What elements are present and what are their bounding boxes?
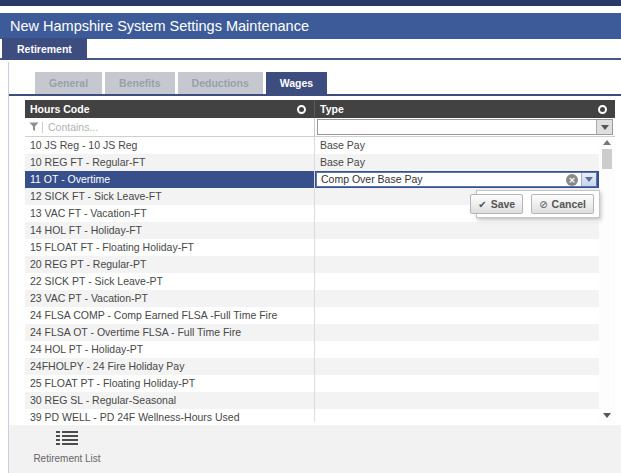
column-header-hours-code[interactable]: Hours Code: [25, 100, 315, 118]
hours-code-cell[interactable]: 22 SICK PT - Sick Leave-PT: [25, 273, 315, 290]
hours-code-cell[interactable]: 10 JS Reg - 10 JS Reg: [25, 137, 315, 154]
table-row[interactable]: 10 JS Reg - 10 JS Reg Base Pay: [25, 137, 599, 154]
type-cell[interactable]: [315, 341, 599, 358]
type-cell[interactable]: Base Pay: [315, 154, 599, 171]
hours-code-cell[interactable]: 24 HOL PT - Holiday-PT: [25, 341, 315, 358]
retirement-list-button[interactable]: Retirement List: [19, 430, 115, 464]
list-icon: [56, 430, 78, 450]
filter-separator: [42, 122, 43, 133]
type-cell[interactable]: [315, 409, 599, 422]
grid-body: 10 JS Reg - 10 JS Reg Base Pay 10 REG FT…: [25, 137, 615, 422]
scroll-down-icon[interactable]: [603, 413, 611, 418]
page-title: New Hampshire System Settings Maintenanc…: [0, 13, 621, 39]
tab-general[interactable]: General: [35, 72, 102, 94]
tab-wages[interactable]: Wages: [266, 72, 327, 94]
edit-confirm-popup: ✔ Save ⊘ Cancel: [476, 190, 600, 218]
type-filter-cell: [315, 118, 615, 136]
panel-left-border: [8, 62, 9, 473]
retirement-list-label: Retirement List: [33, 453, 100, 464]
hours-code-cell[interactable]: 39 PD WELL - PD 24F Wellness-Hours Used: [25, 409, 315, 422]
table-row[interactable]: 20 REG PT - Regular-PT: [25, 256, 599, 273]
top-accent-strip: [0, 0, 621, 6]
chevron-down-icon: [601, 125, 609, 130]
type-editor-combobox[interactable]: Comp Over Base Pay ×: [316, 172, 597, 187]
type-editor-value[interactable]: Comp Over Base Pay: [317, 173, 566, 186]
tab-deductions[interactable]: Deductions: [178, 72, 263, 94]
column-header-type[interactable]: Type: [315, 100, 615, 118]
gear-icon[interactable]: [297, 105, 306, 114]
table-row[interactable]: 24 HOL PT - Holiday-PT: [25, 341, 599, 358]
table-row[interactable]: 30 REG SL - Regular-Seasonal: [25, 392, 599, 409]
type-filter-value: [318, 120, 596, 134]
hours-code-cell[interactable]: 24 FLSA COMP - Comp Earned FLSA -Full Ti…: [25, 307, 315, 324]
hours-code-cell[interactable]: 24FHOLPY - 24 Fire Holiday Pay: [25, 358, 315, 375]
type-cell[interactable]: Base Pay: [315, 137, 599, 154]
sub-tab-underline: [9, 94, 621, 96]
table-row[interactable]: 24 FLSA OT - Overtime FLSA - Full Time F…: [25, 324, 599, 341]
column-header-label: Type: [320, 100, 344, 118]
table-row-selected[interactable]: 11 OT - Overtime Comp Over Base Pay ×: [25, 171, 599, 188]
hours-code-filter-input[interactable]: Contains...: [25, 118, 315, 136]
cancel-button[interactable]: ⊘ Cancel: [531, 194, 594, 214]
dropdown-button[interactable]: [581, 173, 596, 186]
type-cell[interactable]: [315, 222, 599, 239]
hours-code-cell[interactable]: 10 REG FT - Regular-FT: [25, 154, 315, 171]
table-row[interactable]: 14 HOL FT - Holiday-FT: [25, 222, 599, 239]
filter-placeholder: Contains...: [48, 121, 98, 133]
type-cell[interactable]: [315, 290, 599, 307]
hours-code-cell[interactable]: 24 FLSA OT - Overtime FLSA - Full Time F…: [25, 324, 315, 341]
tab-benefits[interactable]: Benefits: [105, 72, 174, 94]
column-header-label: Hours Code: [30, 100, 90, 118]
scroll-up-icon[interactable]: [603, 140, 611, 145]
type-cell[interactable]: [315, 256, 599, 273]
funnel-icon[interactable]: [29, 122, 39, 132]
module-tab-bar: Retirement: [0, 38, 621, 60]
grid-header: Hours Code Type: [25, 100, 615, 118]
chevron-down-icon: [585, 177, 593, 182]
grid-rows: 10 JS Reg - 10 JS Reg Base Pay 10 REG FT…: [25, 137, 599, 422]
hours-code-cell[interactable]: 25 FLOAT PT - Floating Holiday-PT: [25, 375, 315, 392]
table-row[interactable]: 24 FLSA COMP - Comp Earned FLSA -Full Ti…: [25, 307, 599, 324]
table-row[interactable]: 10 REG FT - Regular-FT Base Pay: [25, 154, 599, 171]
type-cell[interactable]: [315, 358, 599, 375]
hours-code-cell[interactable]: 14 HOL FT - Holiday-FT: [25, 222, 315, 239]
tab-retirement[interactable]: Retirement: [2, 38, 87, 60]
type-cell[interactable]: [315, 392, 599, 409]
table-row[interactable]: 15 FLOAT FT - Floating Holiday-FT: [25, 239, 599, 256]
table-row[interactable]: 39 PD WELL - PD 24F Wellness-Hours Used: [25, 409, 599, 422]
check-icon: ✔: [478, 199, 486, 210]
vertical-scrollbar[interactable]: [599, 137, 615, 422]
hours-code-cell[interactable]: 13 VAC FT - Vacation-FT: [25, 205, 315, 222]
type-cell[interactable]: [315, 273, 599, 290]
table-row[interactable]: 22 SICK PT - Sick Leave-PT: [25, 273, 599, 290]
type-cell[interactable]: [315, 375, 599, 392]
save-button[interactable]: ✔ Save: [470, 194, 523, 214]
hours-code-cell[interactable]: 11 OT - Overtime: [25, 171, 315, 188]
hours-code-cell[interactable]: 12 SICK FT - Sick Leave-FT: [25, 188, 315, 205]
table-row[interactable]: 25 FLOAT PT - Floating Holiday-PT: [25, 375, 599, 392]
type-cell[interactable]: [315, 324, 599, 341]
type-cell[interactable]: [315, 239, 599, 256]
app-window: New Hampshire System Settings Maintenanc…: [0, 0, 621, 473]
table-row[interactable]: 24FHOLPY - 24 Fire Holiday Pay: [25, 358, 599, 375]
dropdown-button[interactable]: [596, 120, 612, 134]
hours-code-cell[interactable]: 15 FLOAT FT - Floating Holiday-FT: [25, 239, 315, 256]
footer-toolbar: Retirement List: [9, 425, 621, 473]
table-row[interactable]: 23 VAC PT - Vacation-PT: [25, 290, 599, 307]
gear-icon[interactable]: [598, 105, 607, 114]
save-button-label: Save: [491, 198, 516, 210]
hours-code-cell[interactable]: 23 VAC PT - Vacation-PT: [25, 290, 315, 307]
grid-filter-row: Contains...: [25, 118, 615, 137]
wages-grid: Hours Code Type Contains...: [25, 100, 615, 422]
scrollbar-thumb[interactable]: [602, 149, 612, 169]
type-filter-dropdown[interactable]: [317, 119, 613, 135]
sub-tab-bar: General Benefits Deductions Wages: [35, 72, 327, 94]
hours-code-cell[interactable]: 20 REG PT - Regular-PT: [25, 256, 315, 273]
cancel-button-label: Cancel: [552, 198, 586, 210]
x-circle-icon[interactable]: ×: [566, 174, 578, 186]
type-cell[interactable]: [315, 307, 599, 324]
cancel-circle-icon: ⊘: [539, 199, 547, 210]
hours-code-cell[interactable]: 30 REG SL - Regular-Seasonal: [25, 392, 315, 409]
type-cell-editing: Comp Over Base Pay ×: [315, 171, 599, 188]
